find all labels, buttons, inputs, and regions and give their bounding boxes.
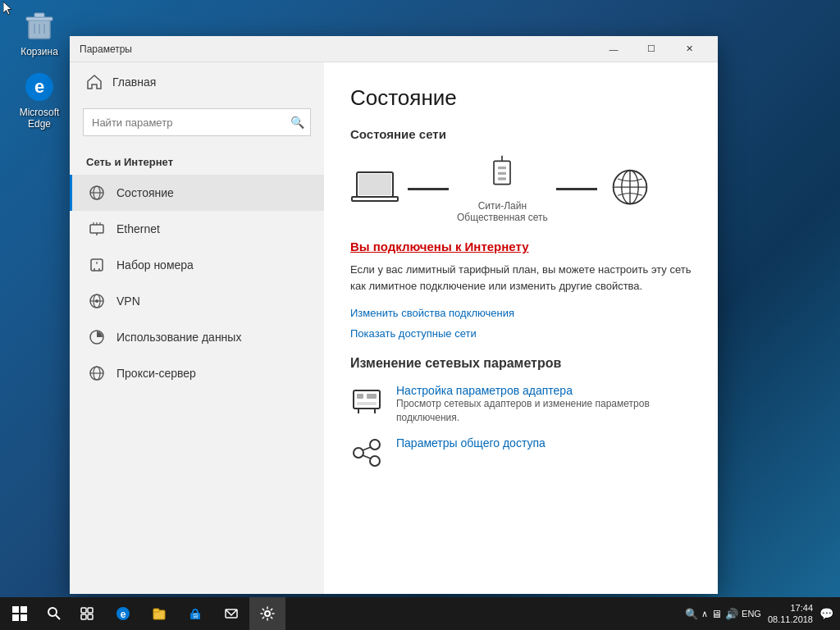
taskbar-explorer-button[interactable] (141, 597, 177, 630)
window-controls: — ☐ ✕ (595, 36, 708, 62)
adapter-desc: Просмотр сетевых адаптеров и изменение п… (396, 397, 692, 425)
notification-icon[interactable]: 💬 (819, 607, 833, 620)
svg-rect-1 (26, 17, 52, 21)
adapter-text: Настройка параметров адаптера Просмотр с… (396, 384, 692, 425)
router-diagram-icon: Сити-Лайн Общественная сеть (457, 154, 548, 223)
clock-date: 08.11.2018 (768, 614, 813, 625)
recycle-bin-icon[interactable]: Корзина (7, 7, 72, 61)
svg-rect-40 (354, 390, 380, 409)
clock-time: 17:44 (768, 602, 813, 614)
sidebar-home[interactable]: Главная (70, 62, 324, 102)
laptop-diagram-icon (350, 168, 399, 209)
svg-point-47 (370, 440, 380, 450)
network-diagram: Сити-Лайн Общественная сеть (350, 154, 692, 223)
sidebar-item-ethernet[interactable]: Ethernet (70, 211, 324, 247)
window-title: Параметры (80, 43, 595, 55)
taskbar-settings-button[interactable] (249, 597, 285, 630)
svg-rect-51 (12, 606, 19, 613)
sidebar-item-dialup[interactable]: Набор номера (70, 247, 324, 283)
network-systray-icon[interactable]: 🔍 (685, 608, 698, 620)
window-titlebar: Параметры — ☐ ✕ (70, 36, 718, 62)
page-title: Состояние (350, 85, 692, 111)
close-button[interactable]: ✕ (670, 36, 708, 62)
change-properties-link[interactable]: Изменить свойства подключения (350, 307, 692, 319)
svg-rect-44 (367, 394, 377, 399)
adapter-title[interactable]: Настройка параметров адаптера (396, 384, 692, 397)
sidebar-item-proxy[interactable]: Прокси-сервер (70, 355, 324, 391)
taskbar-clock[interactable]: 17:44 08.11.2018 (768, 602, 813, 626)
adapter-icon (350, 384, 383, 417)
svg-point-55 (48, 608, 57, 616)
svg-rect-59 (81, 614, 86, 619)
svg-rect-11 (90, 225, 103, 233)
taskbar-store-button[interactable]: 袋 (177, 597, 213, 630)
minimize-button[interactable]: — (595, 36, 632, 62)
net-line-2 (556, 188, 597, 190)
svg-rect-52 (21, 606, 27, 613)
taskbar-edge-button[interactable]: e (105, 597, 141, 630)
sidebar-item-proxy-label: Прокси-сервер (116, 367, 196, 380)
recycle-bin-label: Корзина (21, 46, 58, 57)
connected-text: Вы подключены к Интернету (350, 240, 692, 253)
taskbar-mail-button[interactable] (213, 597, 249, 630)
task-view-button[interactable] (69, 597, 105, 630)
sidebar-item-ethernet-label: Ethernet (116, 222, 160, 235)
svg-point-23 (95, 299, 98, 303)
status-icon (89, 185, 105, 201)
svg-text:袋: 袋 (193, 613, 199, 619)
taskbar-right: 🔍 ∧ 🖥 🔊 ENG 17:44 08.11.2018 💬 (685, 602, 840, 626)
network-icon[interactable]: 🖥 (711, 608, 722, 620)
svg-rect-53 (12, 614, 19, 621)
volume-icon[interactable]: 🔊 (725, 608, 738, 620)
svg-rect-43 (357, 394, 363, 399)
home-icon (86, 74, 103, 90)
window-body: Главная 🔍 Сеть и Интернет (70, 62, 718, 594)
svg-rect-54 (21, 614, 27, 621)
sharing-title[interactable]: Параметры общего доступа (396, 436, 546, 450)
sidebar-item-vpn[interactable]: VPN (70, 283, 324, 319)
svg-rect-57 (81, 608, 86, 613)
sidebar: Главная 🔍 Сеть и Интернет (70, 62, 324, 594)
svg-rect-35 (498, 177, 506, 180)
sidebar-item-data-usage-label: Использование данных (116, 331, 241, 344)
search-input[interactable] (83, 108, 311, 136)
svg-line-49 (363, 447, 371, 450)
lang-indicator[interactable]: ENG (742, 609, 761, 619)
sidebar-item-status[interactable]: Состояние (70, 175, 324, 211)
ethernet-icon (89, 221, 105, 237)
svg-rect-45 (357, 402, 377, 405)
svg-point-68 (265, 611, 270, 616)
svg-text:e: e (34, 76, 44, 97)
desktop: Корзина e MicrosoftEdge Параметры — ☐ ✕ (0, 0, 840, 630)
network-name-label: Сити-Лайн Общественная сеть (457, 200, 548, 223)
svg-rect-2 (34, 13, 44, 17)
systray: 🔍 ∧ 🖥 🔊 ENG (685, 608, 761, 620)
dialup-icon (89, 257, 105, 273)
data-usage-icon (89, 329, 105, 345)
edge-desktop-label: MicrosoftEdge (20, 107, 60, 130)
settings-window: Параметры — ☐ ✕ Главная (70, 36, 718, 594)
svg-rect-58 (88, 608, 93, 613)
start-button[interactable] (0, 597, 39, 630)
sharing-settings-item: Параметры общего доступа (350, 436, 692, 469)
svg-point-46 (354, 448, 363, 458)
svg-text:e: e (121, 609, 126, 620)
adapter-settings-item: Настройка параметров адаптера Просмотр с… (350, 384, 692, 425)
maximize-button[interactable]: ☐ (632, 36, 670, 62)
proxy-icon (89, 365, 105, 381)
internet-diagram-icon (605, 168, 655, 209)
taskbar: e 袋 (0, 597, 840, 630)
connected-description: Если у вас лимитный тарифный план, вы мо… (350, 262, 692, 294)
svg-rect-30 (352, 197, 398, 201)
svg-rect-16 (91, 259, 103, 271)
sidebar-search-container: 🔍 (83, 108, 311, 136)
svg-line-56 (56, 615, 60, 619)
sidebar-item-data-usage[interactable]: Использование данных (70, 319, 324, 355)
taskbar-search-button[interactable] (39, 597, 69, 630)
show-available-networks-link[interactable]: Показать доступные сети (350, 327, 692, 340)
main-content: Состояние Состояние сети (324, 62, 718, 594)
edge-desktop-icon[interactable]: e MicrosoftEdge (7, 67, 72, 133)
sharing-icon (350, 436, 383, 469)
svg-rect-64 (153, 609, 159, 612)
chevron-systray[interactable]: ∧ (701, 609, 708, 619)
